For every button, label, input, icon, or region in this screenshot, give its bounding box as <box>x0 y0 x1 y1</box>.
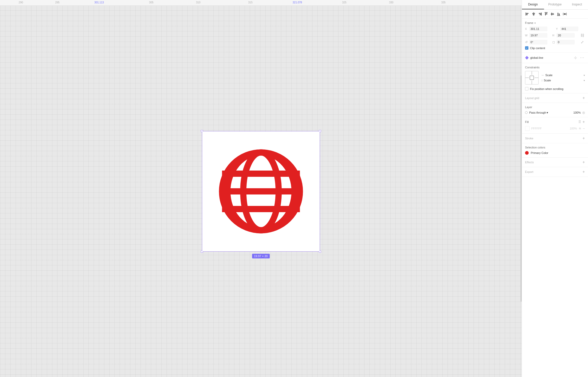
svg-rect-12 <box>534 12 534 16</box>
ruler-mark-330: 330 <box>389 1 393 4</box>
ruler-mark-321: 321.078 <box>293 1 302 4</box>
export-add-btn[interactable]: + <box>583 170 585 174</box>
primary-color-label: Primary Color <box>531 151 548 154</box>
ruler-mark-295: 295 <box>55 1 60 4</box>
clip-content-row: ✓ Clip content <box>525 46 585 50</box>
h-input[interactable] <box>557 33 575 38</box>
globe-svg <box>217 147 305 236</box>
fix-position-label: Fix position when scrolling <box>530 87 563 90</box>
svg-rect-17 <box>546 13 547 15</box>
expand-corners-btn[interactable]: ⤢ <box>580 40 585 45</box>
align-right[interactable] <box>538 12 542 16</box>
corner-input[interactable] <box>557 40 575 44</box>
constraint-v-select[interactable]: ↕ Scale ▾ <box>541 79 585 82</box>
constraint-h-icon: ↔ <box>541 73 544 77</box>
ruler-mark-301: 301.113 <box>94 1 104 4</box>
fill-opacity-value[interactable]: 100% <box>570 127 577 130</box>
selection-colors-title: Selection colors <box>525 146 545 149</box>
y-field-group: Y <box>556 27 585 31</box>
right-panel: Design Prototype Inspect Frame <box>522 0 588 377</box>
svg-rect-8 <box>526 14 528 15</box>
fill-color-swatch[interactable] <box>525 126 530 131</box>
fill-title: Fill <box>525 120 529 124</box>
x-label: X <box>525 28 528 30</box>
align-bottom[interactable] <box>556 12 561 16</box>
ruler-mark-315: 315 <box>248 1 253 4</box>
fill-hex-value[interactable]: FFFFFF <box>531 127 568 130</box>
layer-opacity-input[interactable]: 100% <box>573 111 581 114</box>
corner-field-group: ◻ <box>552 40 578 45</box>
rotation-input[interactable] <box>529 40 547 44</box>
fill-remove-btn[interactable]: − <box>583 126 585 131</box>
component-more-btn[interactable]: ··· <box>580 55 585 60</box>
frame-section: Frame ▾ X Y W H ⛓ <box>522 19 588 53</box>
tab-design[interactable]: Design <box>522 0 544 9</box>
constraint-h-select[interactable]: ↔ Scale ▾ <box>541 73 585 77</box>
constraint-line-right <box>535 78 538 78</box>
align-tools <box>522 10 588 19</box>
constraint-center-box <box>530 76 534 80</box>
constraint-diagram <box>525 71 539 84</box>
frame-wrapper[interactable]: 19.97 × 20 <box>202 132 319 251</box>
stroke-label: Stroke <box>525 137 533 140</box>
distribute[interactable] <box>563 12 567 16</box>
layout-grid-label: Layout grid <box>525 96 539 100</box>
effects-label: Effects <box>525 161 534 164</box>
w-label: W <box>525 34 528 37</box>
constraint-line-left <box>525 78 529 78</box>
component-row: global-line ⊹ ··· <box>525 55 585 60</box>
constraints-title: Constraints <box>525 66 540 69</box>
stroke-add-btn[interactable]: + <box>583 136 585 140</box>
w-input[interactable] <box>529 33 547 38</box>
layer-mode-chevron: ▾ <box>547 111 548 114</box>
component-settings-btn[interactable]: ⊹ <box>573 55 578 60</box>
size-label: 19.97 × 20 <box>252 254 270 258</box>
fill-style-mode-icon[interactable]: ≋ <box>579 127 581 130</box>
xy-row: X Y <box>525 27 585 31</box>
svg-rect-22 <box>558 13 558 15</box>
ruler-mark-305: 305 <box>149 1 154 4</box>
y-input[interactable] <box>560 27 578 31</box>
effects-add-btn[interactable]: + <box>583 160 585 164</box>
constraints-section: Constraints ↔ Scale ▾ ↕ Scale ▾ <box>522 63 588 93</box>
h-label: H <box>552 34 555 37</box>
constraint-h-value: Scale <box>545 74 583 77</box>
ruler-mark-325: 325 <box>342 1 347 4</box>
wh-row: W H ⛓ <box>525 33 585 38</box>
svg-rect-25 <box>563 13 564 15</box>
fill-add-btn[interactable]: + <box>583 120 585 124</box>
fix-position-checkbox[interactable] <box>525 87 528 90</box>
link-proportions-btn[interactable]: ⛓ <box>580 33 585 38</box>
fill-style-icon[interactable]: ⠿ <box>578 120 581 124</box>
layer-title: Layer <box>525 106 532 109</box>
tab-inspect[interactable]: Inspect <box>566 0 588 9</box>
align-left[interactable] <box>525 12 530 16</box>
svg-rect-23 <box>559 14 560 15</box>
tab-bar: Design Prototype Inspect <box>522 0 588 10</box>
tab-prototype[interactable]: Prototype <box>544 0 566 9</box>
fill-row: FFFFFF 100% ≋ − <box>525 126 585 131</box>
svg-rect-24 <box>557 16 560 16</box>
effects-row: Effects + <box>525 160 585 164</box>
clip-content-checkbox[interactable]: ✓ <box>525 46 528 50</box>
primary-color-swatch[interactable] <box>525 151 529 155</box>
layer-visibility-btn[interactable]: ◎ <box>582 111 585 114</box>
align-center-h[interactable] <box>531 12 536 16</box>
svg-rect-16 <box>545 13 546 15</box>
corner-icon: ◻ <box>552 40 555 44</box>
layer-mode-select[interactable]: Pass through ▾ <box>529 111 572 114</box>
scrollbar-track[interactable] <box>521 75 522 302</box>
layer-mode-icon <box>525 111 528 114</box>
x-input[interactable] <box>529 27 547 31</box>
ruler-top: 290 295 301.113 305 310 315 321.078 325 … <box>0 0 522 6</box>
layout-grid-add-btn[interactable]: + <box>583 96 585 100</box>
svg-rect-15 <box>541 12 542 16</box>
align-top[interactable] <box>544 12 548 16</box>
constraint-v-chevron: ▾ <box>584 79 585 82</box>
component-name: global-line <box>530 56 571 59</box>
check-icon: ✓ <box>526 47 528 49</box>
align-center-v[interactable] <box>550 12 555 16</box>
constraint-v-value: Scale <box>544 79 583 82</box>
svg-rect-21 <box>551 14 554 15</box>
frame-section-header: Frame ▾ <box>525 21 585 24</box>
